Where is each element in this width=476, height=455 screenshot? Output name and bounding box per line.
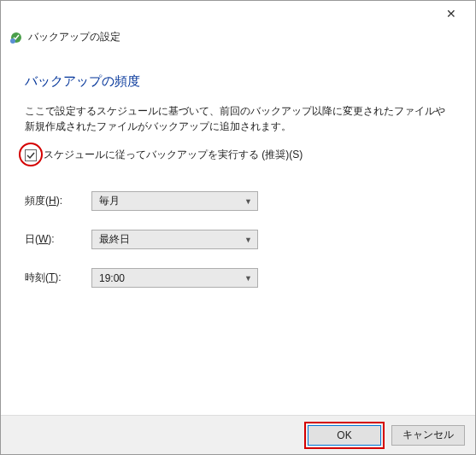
close-icon: ✕ [446, 7, 456, 20]
schedule-checkbox-label: スケジュールに従ってバックアップを実行する (推奨)(S) [44, 148, 303, 162]
content-area: バックアップの頻度 ここで設定するスケジュールに基づいて、前回のバックアップ以降… [1, 53, 475, 315]
frequency-value: 毎月 [99, 194, 120, 208]
title-bar: ✕ [1, 1, 475, 26]
cancel-button[interactable]: キャンセル [391, 425, 465, 446]
chevron-down-icon: ▼ [244, 197, 252, 206]
frequency-label: 頻度(H): [25, 194, 91, 208]
time-label: 時刻(T): [25, 271, 91, 285]
chevron-down-icon: ▼ [244, 274, 252, 283]
frequency-row: 頻度(H): 毎月 ▼ [25, 191, 451, 211]
window-title: バックアップの設定 [28, 30, 120, 44]
day-select[interactable]: 最終日 ▼ [91, 230, 258, 249]
button-bar: OK キャンセル [1, 415, 475, 454]
schedule-checkbox[interactable] [25, 149, 37, 161]
page-heading: バックアップの頻度 [25, 73, 451, 90]
time-value: 19:00 [99, 272, 125, 284]
ok-button[interactable]: OK [308, 425, 381, 446]
checkmark-icon [26, 151, 35, 160]
time-select[interactable]: 19:00 ▼ [91, 268, 258, 288]
close-button[interactable]: ✕ [434, 2, 468, 26]
day-row: 日(W): 最終日 ▼ [25, 230, 451, 249]
description-text: ここで設定するスケジュールに基づいて、前回のバックアップ以降に変更されたファイル… [25, 103, 451, 134]
ok-highlight-box: OK [304, 422, 385, 449]
frequency-select[interactable]: 毎月 ▼ [91, 191, 258, 211]
schedule-checkbox-row: スケジュールに従ってバックアップを実行する (推奨)(S) [25, 148, 451, 162]
backup-icon [9, 31, 23, 44]
header-row: バックアップの設定 [1, 26, 475, 53]
day-label: 日(W): [25, 232, 91, 247]
time-row: 時刻(T): 19:00 ▼ [25, 268, 451, 288]
day-value: 最終日 [99, 232, 130, 247]
chevron-down-icon: ▼ [244, 236, 252, 244]
svg-point-1 [10, 38, 15, 44]
